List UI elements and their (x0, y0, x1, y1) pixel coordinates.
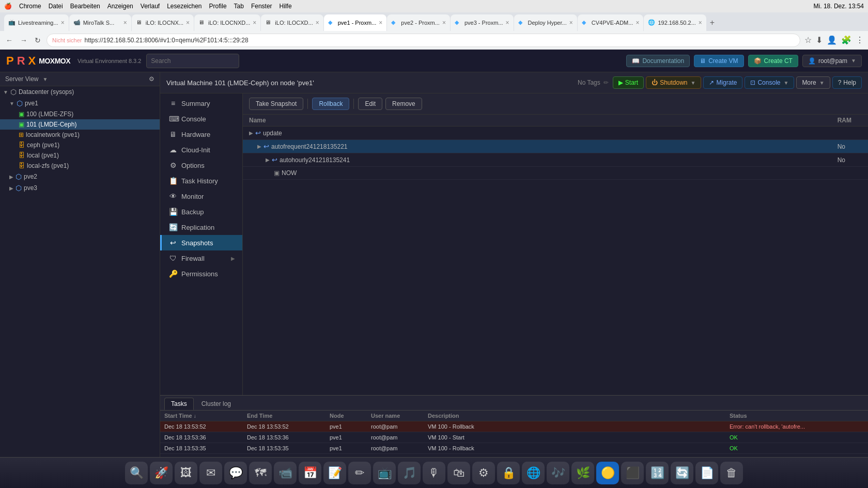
dock-finder[interactable]: 🔍 (125, 462, 148, 484)
snapshot-row-update[interactable]: ▶ ↩ update (243, 127, 868, 140)
tab-close-7[interactable]: × (442, 19, 446, 26)
menu-hilfe[interactable]: Hilfe (280, 3, 292, 10)
sidebar-item-localzfs[interactable]: 🗄 local-zfs (pve1) (0, 161, 160, 171)
chrome-tab-5[interactable]: 🖥 iLO: ILOCXD... × (261, 14, 323, 31)
chrome-tab-2[interactable]: 📹 MiroTalk S... × (69, 14, 131, 31)
dock-calendar[interactable]: 📅 (299, 462, 321, 484)
tab-close-9[interactable]: × (569, 19, 573, 26)
sidebar-item-local[interactable]: 🗄 local (pve1) (0, 150, 160, 161)
snapshot-row-autohourly[interactable]: ▶ ↩ autohourly241218135241 No (243, 153, 868, 167)
sidebar-item-pve3[interactable]: ▶ ⬡ pve3 (0, 182, 160, 194)
sidebar-item-vm101[interactable]: ▣ 101 (LMDE-Ceph) (0, 119, 160, 130)
dock-chrome[interactable]: 🟡 (596, 462, 619, 484)
dock-sysprefs[interactable]: ⚙ (472, 462, 495, 484)
remove-snapshot-button[interactable]: Remove (385, 98, 422, 110)
dock-revolver[interactable]: 🔄 (671, 462, 693, 484)
nav-item-console[interactable]: ⌨ Console (160, 111, 242, 127)
tab-close-4[interactable]: × (253, 19, 256, 26)
menu-bearbeiten[interactable]: Bearbeiten (70, 3, 100, 10)
chrome-tab-7[interactable]: ◆ pve2 - Proxm... × (387, 14, 450, 31)
dock-notes[interactable]: 📝 (323, 462, 346, 484)
dock-freeform[interactable]: ✏ (348, 462, 371, 484)
chrome-tab-4[interactable]: 🖥 iLO: ILOCNXD... × (194, 14, 260, 31)
pve-search-input[interactable] (146, 54, 239, 68)
sidebar-item-ceph[interactable]: 🗄 ceph (pve1) (0, 140, 160, 150)
task-row-2[interactable]: Dec 18 13:53:36 Dec 18 13:53:36 pve1 roo… (160, 432, 868, 443)
dock-music[interactable]: 🎵 (398, 462, 421, 484)
edit-snapshot-button[interactable]: Edit (358, 98, 382, 110)
menu-fenster[interactable]: Fenster (251, 3, 272, 10)
tab-close-10[interactable]: × (636, 19, 639, 26)
clusterlog-tab[interactable]: Cluster log (195, 398, 238, 410)
snapshot-row-autofrequent[interactable]: ▶ ↩ autofrequent241218135221 No (243, 140, 868, 153)
chrome-tab-9[interactable]: ◆ Deploy Hyper... × (514, 14, 577, 31)
tab-close-5[interactable]: × (316, 19, 319, 26)
sidebar-item-vm100[interactable]: ▣ 100 (LMDE-ZFS) (0, 109, 160, 119)
task-row-1[interactable]: Dec 18 13:53:52 Dec 18 13:53:52 pve1 roo… (160, 421, 868, 432)
user-menu-button[interactable]: 👤 root@pam ▼ (802, 55, 862, 67)
tab-close-2[interactable]: × (123, 19, 127, 26)
dock-messages[interactable]: 💬 (224, 462, 247, 484)
nav-item-taskhistory[interactable]: 📋 Task History (160, 173, 242, 188)
nav-item-options[interactable]: ⚙ Options (160, 158, 242, 173)
sidebar-dropdown-arrow[interactable]: ▼ (42, 76, 48, 82)
dock-maps[interactable]: 🗺 (249, 462, 272, 484)
nav-item-firewall[interactable]: 🛡 Firewall ▶ (160, 250, 242, 266)
dock-appletv[interactable]: 📺 (373, 462, 396, 484)
task-header-status[interactable]: Status (730, 413, 864, 419)
nav-item-summary[interactable]: ≡ Summary (160, 96, 242, 111)
snapshot-row-now[interactable]: ▣ NOW (243, 167, 868, 180)
dock-facetime[interactable]: 📹 (274, 462, 297, 484)
dock-trash[interactable]: 🗑 (720, 462, 743, 484)
tab-close-8[interactable]: × (506, 19, 509, 26)
shutdown-button[interactable]: ⏻ Shutdown ▼ (646, 76, 701, 89)
chrome-tab-6[interactable]: ◆ pve1 - Proxm... × (324, 14, 387, 31)
console-button[interactable]: ⊡ Console ▼ (745, 76, 794, 89)
sidebar-item-datacenter[interactable]: ▼ ⬡ Datacenter (sysops) (0, 86, 160, 98)
chrome-tab-1[interactable]: 📺 Livestreaming... × (4, 14, 69, 31)
sidebar-item-localnetwork[interactable]: ⊞ localnetwork (pve1) (0, 130, 160, 140)
nav-item-backup[interactable]: 💾 Backup (160, 204, 242, 219)
task-header-node[interactable]: Node (330, 413, 371, 419)
more-button[interactable]: More ▼ (796, 76, 830, 89)
dock-podcasts[interactable]: 🎙 (423, 462, 445, 484)
dock-photos[interactable]: 🖼 (175, 462, 197, 484)
dock-arc[interactable]: 🌐 (522, 462, 545, 484)
nav-refresh[interactable]: ↻ (33, 36, 42, 44)
chrome-tab-8[interactable]: ◆ pve3 - Proxm... × (451, 14, 514, 31)
dock-appstore[interactable]: 🛍 (447, 462, 470, 484)
chrome-tab-10[interactable]: ◆ CV4PVE-ADM... × (578, 14, 644, 31)
tab-close-11[interactable]: × (699, 19, 702, 26)
create-vm-button[interactable]: 🖥 Create VM (694, 55, 743, 67)
menu-lesezeichen[interactable]: Lesezeichen (167, 3, 202, 10)
bookmark-icon[interactable]: ☆ (804, 35, 812, 45)
create-ct-button[interactable]: 📦 Create CT (748, 55, 798, 67)
task-header-user[interactable]: User name (371, 413, 428, 419)
nav-item-snapshots[interactable]: ↩ Snapshots (160, 235, 242, 250)
profile-icon[interactable]: 👤 (827, 35, 837, 45)
sidebar-item-pve1[interactable]: ▼ ⬡ pve1 (0, 98, 160, 109)
tab-close-3[interactable]: × (186, 19, 190, 26)
new-tab-button[interactable]: + (707, 14, 718, 31)
nav-item-monitor[interactable]: 👁 Monitor (160, 188, 242, 204)
dock-spotify[interactable]: 🎶 (547, 462, 569, 484)
chrome-tab-11[interactable]: 🌐 192.168.50.2... × (644, 14, 706, 31)
start-button[interactable]: ▶ Start (613, 76, 644, 89)
menu-datei[interactable]: Datei (49, 3, 63, 10)
nav-item-hardware[interactable]: 🖥 Hardware (160, 127, 242, 142)
tab-close-6[interactable]: × (379, 19, 382, 26)
extensions-icon[interactable]: 🧩 (841, 35, 851, 45)
menu-verlauf[interactable]: Verlauf (141, 3, 160, 10)
dock-terminal[interactable]: ⬛ (621, 462, 644, 484)
menu-chrome[interactable]: Chrome (19, 3, 41, 10)
download-icon[interactable]: ⬇ (816, 35, 823, 45)
tab-close-1[interactable]: × (61, 19, 65, 26)
nav-item-replication[interactable]: 🔄 Replication (160, 219, 242, 235)
nav-item-permissions[interactable]: 🔑 Permissions (160, 266, 242, 281)
url-bar[interactable]: Nicht sicher https://192.168.50.21:8006/… (47, 34, 800, 47)
tag-edit-icon[interactable]: ✏ (603, 79, 609, 86)
nav-back[interactable]: ← (4, 36, 14, 44)
rollback-button[interactable]: Rollback (312, 98, 349, 110)
task-header-desc[interactable]: Description (428, 413, 730, 419)
menu-anzeigen[interactable]: Anzeigen (107, 3, 133, 10)
